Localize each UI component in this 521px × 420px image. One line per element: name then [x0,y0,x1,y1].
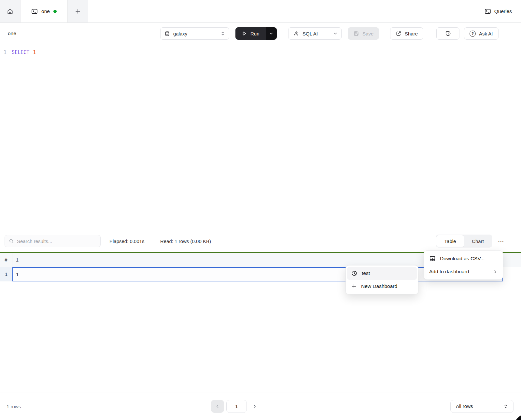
sql-ai-button-group: SQL AI [288,27,342,40]
menu-item-label: Download as CSV... [440,256,485,262]
page-size-select[interactable]: All rows [450,400,514,413]
ask-ai-label: Ask AI [479,31,493,36]
queries-button[interactable]: Queries [485,8,512,15]
sql-keyword: SELECT [12,49,29,55]
ask-ai-button[interactable]: ? Ask AI [464,27,499,40]
search-icon [9,238,14,244]
page-size-value: All rows [456,403,473,409]
query-title: one [8,31,16,36]
code-text: SELECT1 [12,49,36,56]
search-results-box [5,235,101,247]
more-options-button[interactable]: ⋯ [496,236,507,247]
run-label: Run [250,31,260,36]
queries-label: Queries [494,8,512,14]
chevron-down-icon [269,32,273,35]
new-tab-button[interactable] [68,0,88,22]
table-view-tab[interactable]: Table [436,235,464,247]
row-index-column-header: # [0,253,12,267]
submenu-item-label: New Dashboard [361,283,397,289]
tab-one[interactable]: one [21,0,68,22]
play-icon [242,31,247,36]
sparkles-icon [293,31,299,36]
external-link-icon [396,31,401,36]
sql-editor[interactable]: 1 SELECT1 [0,44,521,230]
history-icon [445,30,451,37]
chart-view-tab[interactable]: Chart [464,235,492,247]
submenu-item-new-dashboard[interactable]: New Dashboard [347,280,417,293]
elapsed-stat: Elapsed: 0.001s [109,238,145,244]
terminal-icon [485,8,491,15]
pie-chart-icon [351,270,358,277]
line-number: 1 [0,49,12,56]
help-circle-icon: ? [470,31,476,37]
sql-ai-label: SQL AI [303,31,318,36]
rows-count-label: 1 rows [7,403,21,409]
unsaved-status-dot [53,10,57,13]
run-options-button[interactable] [266,27,277,40]
results-context-menu: Download as CSV... Add to dashboard [424,251,503,280]
editor-line: 1 SELECT1 [0,49,521,56]
run-button[interactable]: Run [235,27,266,40]
submenu-item-test-dashboard[interactable]: test [347,267,417,280]
home-tab-button[interactable] [0,0,21,22]
sql-ai-button[interactable]: SQL AI [289,28,323,39]
database-name: galaxy [173,31,217,36]
menu-item-label: Add to dashboard [429,269,469,275]
next-page-button[interactable] [249,400,260,413]
save-label: Save [362,31,373,36]
read-stat: Read: 1 rows (0.00 KB) [160,238,211,244]
chevron-right-icon [493,269,498,274]
table-grid-icon [429,255,436,262]
pagination: 1 [211,400,260,413]
chevron-left-icon [215,404,220,409]
plus-icon [75,8,81,15]
sql-ai-options-button[interactable] [330,28,341,39]
sql-console-window: one Queries one galaxy [0,0,521,420]
share-button[interactable]: Share [390,27,423,40]
tab-label: one [41,8,50,14]
database-select[interactable]: galaxy [160,27,229,40]
query-toolbar: one galaxy Run [0,23,521,44]
previous-page-button[interactable] [211,400,224,413]
chevron-up-down-icon [220,31,225,36]
submenu-item-label: test [362,270,370,276]
tab-bar: one Queries [0,0,521,23]
current-page-button[interactable]: 1 [226,400,247,413]
terminal-icon [31,8,38,15]
button-divider [326,28,326,39]
history-button[interactable] [436,27,459,40]
save-button[interactable]: Save [348,27,379,40]
menu-item-add-to-dashboard[interactable]: Add to dashboard [425,265,501,278]
view-toggle: Table Chart [436,235,492,248]
sql-literal: 1 [33,49,36,55]
share-label: Share [405,31,418,36]
row-index-cell[interactable]: 1 [0,267,12,281]
database-icon [164,31,170,36]
results-toolbar: Elapsed: 0.001s Read: 1 rows (0.00 KB) T… [0,230,521,252]
chevron-down-icon [333,32,337,35]
home-icon [7,8,13,15]
chevron-right-icon [252,404,257,409]
menu-item-download-csv[interactable]: Download as CSV... [425,252,501,265]
floppy-disk-icon [353,31,359,36]
chevron-up-down-icon [503,404,508,409]
results-footer: 1 rows 1 All rows [0,392,521,420]
add-to-dashboard-submenu: test New Dashboard [345,265,418,294]
search-results-input[interactable] [17,238,92,244]
run-button-group: Run [235,27,277,40]
plus-icon [351,283,357,289]
